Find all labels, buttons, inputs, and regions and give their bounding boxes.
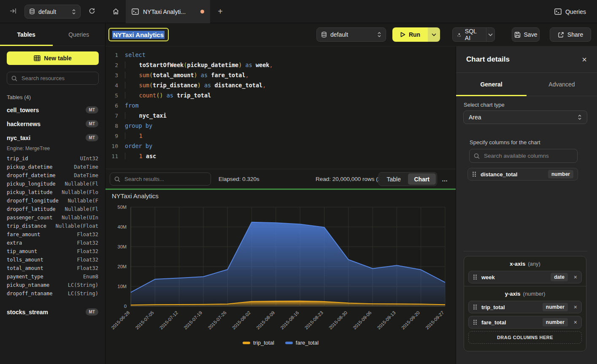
remove-column-icon[interactable]: × [572,274,577,280]
column-type: UInt32 [80,156,98,164]
chart-type-select[interactable]: Area [463,111,587,124]
column-name: total_amount [7,265,43,274]
tab-advanced[interactable]: Advanced [527,73,597,96]
column-type: Nullable(Fl [65,181,98,189]
queries-button[interactable]: Queries [554,0,586,23]
run-button[interactable]: Run [392,27,428,42]
drag-handle-icon[interactable] [472,171,476,177]
column-chip-fare_total[interactable]: fare_totalnumber× [468,316,582,329]
sidebar-tab-queries[interactable]: Queries [53,23,105,46]
column-chip-trip_total[interactable]: trip_totalnumber× [468,301,582,313]
drop-zone[interactable]: DRAG COLUMNS HERE [468,331,582,344]
code-text: sum(total_amount) as fare_total, [125,72,249,78]
column-type: Nullable(UIn [62,215,98,223]
chart-details-panel: Chart details × General Advanced Select … [456,46,597,364]
database-selector-value: default [330,31,374,38]
sql-editor[interactable]: 1select2 toStartOfWeek(pickup_datetime) … [105,46,456,169]
column-type: Float32 [77,232,98,240]
drag-handle-icon[interactable] [473,274,477,280]
legend-item-fare_total[interactable]: fare_total [285,340,319,346]
tab-home[interactable] [105,0,126,23]
table-item-cell_towers[interactable]: cell_towersMT [7,103,98,117]
x-tick-label: 2015-08-30 [328,310,348,330]
sql-ai-button[interactable]: SQL AI [453,28,483,41]
sidebar-tabs: Tables Queries [0,23,105,46]
chip-column-name: trip_total [481,304,538,310]
share-button[interactable]: Share [550,27,591,42]
engine-badge: MT [86,106,98,113]
collapse-sidebar-icon[interactable] [9,7,17,15]
database-selector-query[interactable]: default [316,27,386,42]
x-tick-label: 2015-08-23 [304,310,324,330]
columns-search-input[interactable] [483,152,573,159]
sidebar-tab-tables[interactable]: Tables [0,23,53,46]
column-chip-week[interactable]: weekdate× [468,271,582,283]
legend-swatch [285,342,293,344]
table-item-nyc_taxi[interactable]: nyc_taxiMT [7,131,98,145]
column-row-passenger_count: passenger_countNullable(UIn [7,215,98,223]
code-text: select [125,51,146,58]
column-name: tolls_amount [7,257,43,265]
line-number: 9 [105,133,125,139]
x-tick-label: 2015-09-20 [400,310,421,330]
column-type: Nullable(Float [56,223,98,232]
drag-handle-icon[interactable] [473,304,477,310]
top-bar: default NYTaxi Analyti... + Queries [0,0,597,23]
chip-column-name: fare_total [481,319,538,326]
code-line-10: 10order by [105,141,456,151]
close-icon[interactable]: × [582,55,587,64]
table-item-stocks_stream[interactable]: stocks_streamMT [7,305,98,319]
column-type: LC(String) [68,282,98,291]
column-type: Float32 [77,248,98,257]
chart-view-button[interactable]: Chart [408,173,436,185]
query-title-input[interactable]: NYTaxi Analytics [108,28,169,41]
code-line-2: 2 toStartOfWeek(pickup_datetime) as week… [105,60,456,70]
column-type: Float32 [77,265,98,274]
table-item-hackernews[interactable]: hackernewsMT [7,117,98,131]
legend-swatch [243,342,250,344]
engine-badge: MT [86,134,98,141]
sidebar-search-input[interactable] [21,75,94,82]
save-button[interactable]: Save [512,27,540,42]
table-name: hackernews [7,121,41,127]
drag-handle-icon[interactable] [473,319,477,325]
refresh-icon[interactable] [88,7,96,15]
tab-general[interactable]: General [456,73,527,96]
column-row-tolls_amount: tolls_amountFloat32 [7,257,98,265]
tab-nytaxi-analytics[interactable]: NYTaxi Analyti... [126,0,210,23]
chevron-updown-icon [578,114,582,120]
x-tick-label: 2015-06-28 [110,310,130,330]
legend-item-trip_total[interactable]: trip_total [243,340,274,346]
code-line-4: 4 sum(trip_distance) as distance_total, [105,80,456,90]
column-row-dropoff_longitude: dropoff_longitudeNullable(F [7,198,98,206]
fare_total-area [131,222,445,306]
code-text: 1 [125,132,143,139]
run-options-caret[interactable] [428,27,440,42]
line-number: 7 [105,113,125,119]
column-type: Enum8 [83,274,98,282]
new-tab-button[interactable]: + [210,0,230,23]
sql-ai-caret[interactable] [486,28,495,41]
column-name: dropoff_datetime [7,173,56,181]
column-name: dropoff_ntaname [7,291,52,299]
search-icon [474,153,480,159]
column-name: pickup_longitude [7,181,56,189]
code-text: count() as trip_total [125,92,211,99]
remove-column-icon[interactable]: × [572,319,577,326]
y-axis-items: trip_totalnumber×fare_totalnumber× [464,301,586,329]
column-row-pickup_longitude: pickup_longitudeNullable(Fl [7,181,98,189]
new-table-button[interactable]: New table [7,51,99,65]
database-selector-top[interactable]: default [24,5,81,19]
database-selector-value: default [38,8,68,15]
column-chip-distance_total[interactable]: distance_totalnumber [467,168,578,181]
axes-card: x-axis (any) weekdate× y-axis (number) t… [464,256,586,351]
table-list: cell_towersMThackernewsMTnyc_taxiMTEngin… [7,103,98,319]
column-name: payment_type [7,274,43,282]
results-search-input[interactable] [124,175,206,183]
line-number: 10 [105,143,125,149]
line-number: 5 [105,92,125,99]
remove-column-icon[interactable]: × [572,304,577,310]
more-options-icon[interactable]: … [442,169,448,189]
table-view-button[interactable]: Table [380,173,408,185]
results-search [110,173,211,186]
